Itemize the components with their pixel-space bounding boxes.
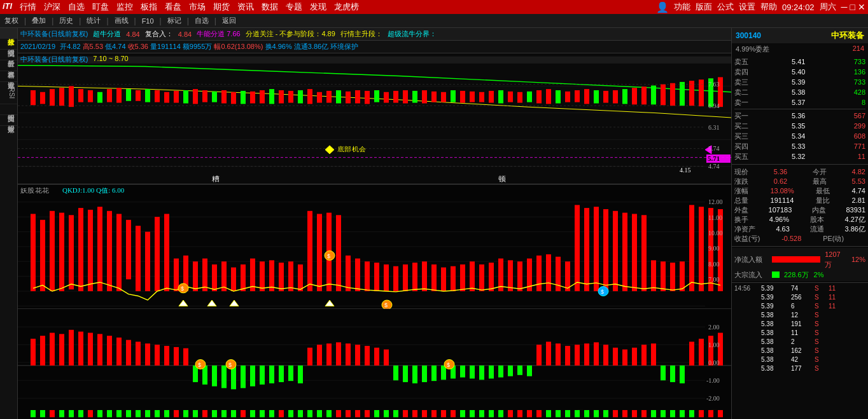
svg-rect-338 <box>632 410 637 417</box>
stat-flow: 外盘 107183 内盘 83931 <box>734 205 865 215</box>
menu-item-faxian[interactable]: 发现 <box>310 1 326 13</box>
menu-item-hushen[interactable]: 沪深 <box>44 1 60 13</box>
menu-item-itl[interactable]: iTl <box>3 1 12 13</box>
svg-rect-35 <box>307 89 312 104</box>
svg-text:1.00: 1.00 <box>708 341 720 348</box>
bull-level: 牛能分道 7.66 <box>197 29 240 39</box>
svg-rect-292 <box>193 410 198 417</box>
svg-rect-117 <box>164 214 169 291</box>
trade-row-7: 5.38 2 S <box>734 338 865 347</box>
stock-stats: 现价 5.36 今开 4.82 涨跌 0.62 最高 5.53 涨幅 13.08… <box>732 166 868 245</box>
tb-biaoji[interactable]: 标记 <box>165 16 183 25</box>
svg-rect-293 <box>202 410 207 417</box>
tb-zixuan[interactable]: 自选 <box>193 16 211 25</box>
svg-rect-68 <box>622 89 627 104</box>
stat-asset: 净资产 4.63 流通 3.86亿 <box>734 224 865 234</box>
trade-list: 14:56 5.39 74 S 11 5.39 256 S 11 5.39 6 … <box>732 284 868 373</box>
trade-row-5: 5.38 191 S <box>734 320 865 329</box>
tb-tongji[interactable]: 统计 <box>85 16 102 25</box>
svg-rect-225 <box>279 366 284 382</box>
minimize-btn[interactable]: ─ <box>841 2 848 12</box>
svg-rect-323 <box>489 410 494 417</box>
tb-diejia[interactable]: 叠加 <box>30 16 48 25</box>
svg-rect-286 <box>136 410 141 417</box>
menu-gongneng[interactable]: 功能 <box>674 1 690 13</box>
svg-rect-339 <box>641 410 647 417</box>
sidebar-item-tuwen[interactable]: 图文研报 <box>0 104 17 115</box>
chart-title-overlay: 中环装备(日线前复权) 7.10 ~ 8.70 <box>20 55 129 64</box>
menu-item-zixun[interactable]: 资讯 <box>237 1 254 13</box>
svg-rect-245 <box>470 366 475 379</box>
maximize-btn[interactable]: □ <box>850 2 855 12</box>
menu-item-banzhi[interactable]: 板指 <box>141 1 157 13</box>
sidebar-item-rsi[interactable]: RSI <box>0 82 17 104</box>
svg-rect-11 <box>78 89 83 102</box>
svg-text:4.15: 4.15 <box>680 167 691 174</box>
menu-gongshi[interactable]: 公式 <box>717 1 734 13</box>
svg-text:2.00: 2.00 <box>708 324 720 331</box>
menu-item-shuju[interactable]: 数据 <box>262 1 278 13</box>
sidebar-item-dongcai2[interactable]: 东财研报 <box>0 115 17 126</box>
svg-text:妖股花花: 妖股花花 <box>20 186 49 194</box>
svg-rect-17 <box>136 90 141 101</box>
svg-rect-300 <box>269 410 274 417</box>
menu-item-longhubang[interactable]: 龙虎榜 <box>334 1 359 13</box>
svg-rect-226 <box>288 366 293 381</box>
svg-rect-157 <box>546 254 551 291</box>
menu-item-kanpan[interactable]: 看盘 <box>165 1 181 13</box>
svg-rect-278 <box>59 410 64 417</box>
stat-earnings: 收益(亏) -0.528 PE(动) <box>734 234 865 244</box>
svg-rect-228 <box>307 348 312 366</box>
svg-rect-345 <box>699 410 704 417</box>
svg-text:5.74: 5.74 <box>708 146 720 153</box>
svg-rect-288 <box>155 410 160 417</box>
sidebar-item-chengjiao[interactable]: 成交明细 <box>0 39 17 50</box>
ob-sell-2: 卖二 5.38 428 <box>734 87 865 97</box>
svg-rect-43 <box>384 92 389 103</box>
menu-item-zhuanti[interactable]: 专题 <box>286 1 302 13</box>
tb-fanhui[interactable]: 返回 <box>220 16 238 25</box>
tb-f10[interactable]: F10 <box>140 17 156 25</box>
svg-text:10.00: 10.00 <box>708 230 723 237</box>
svg-rect-115 <box>145 231 150 291</box>
sidebar-item-jiben[interactable]: 基本资料 <box>0 60 17 71</box>
menu-shezhi[interactable]: 设置 <box>739 1 755 13</box>
menu-item-shichang[interactable]: 市场 <box>189 1 206 13</box>
close-btn[interactable]: ✕ <box>858 2 865 12</box>
sidebar-item-gujia[interactable]: 股价分析 <box>0 50 17 60</box>
menu-item-jiankong[interactable]: 监控 <box>116 1 133 13</box>
svg-rect-142 <box>403 264 408 291</box>
menu-item-zixuan[interactable]: 自选 <box>68 1 85 13</box>
trade-row-1: 14:56 5.39 74 S 11 <box>734 284 865 293</box>
tb-lishi[interactable]: 历史 <box>57 16 75 25</box>
stock-name: 中环装备(日线前复权) <box>20 29 88 39</box>
menu-bangzhu[interactable]: 帮助 <box>760 1 777 13</box>
sidebar-item-dongcai[interactable]: 东财资讯 <box>0 71 17 82</box>
svg-rect-125 <box>241 264 246 291</box>
svg-rect-127 <box>260 261 265 291</box>
svg-rect-263 <box>641 345 647 366</box>
sidebar-item-jishu[interactable]: 技术分析 <box>0 28 17 39</box>
svg-rect-321 <box>470 410 475 417</box>
tb-huaxian[interactable]: 画线 <box>113 16 130 25</box>
svg-rect-341 <box>661 410 666 417</box>
svg-text:$: $ <box>327 253 330 259</box>
svg-rect-40 <box>355 90 360 104</box>
menu-item-qihuo[interactable]: 期货 <box>213 1 230 13</box>
tb-fuquan[interactable]: 复权 <box>3 16 20 25</box>
svg-rect-316 <box>422 410 427 417</box>
svg-text:11.00: 11.00 <box>708 214 722 221</box>
svg-rect-209 <box>126 340 131 366</box>
svg-rect-13 <box>97 92 102 103</box>
svg-rect-37 <box>326 91 332 103</box>
menu-item-hangqing[interactable]: 行情 <box>20 1 36 13</box>
menu-banmian[interactable]: 版面 <box>696 1 712 13</box>
svg-rect-153 <box>508 260 513 291</box>
menu-item-dingpan[interactable]: 盯盘 <box>92 1 109 13</box>
svg-rect-25 <box>212 92 217 102</box>
svg-rect-331 <box>565 410 570 417</box>
svg-rect-229 <box>317 345 322 366</box>
svg-rect-66 <box>603 91 608 103</box>
flow-row-1: 净流入额 1207万 12% <box>734 249 865 270</box>
svg-text:7.00: 7.00 <box>708 276 720 283</box>
